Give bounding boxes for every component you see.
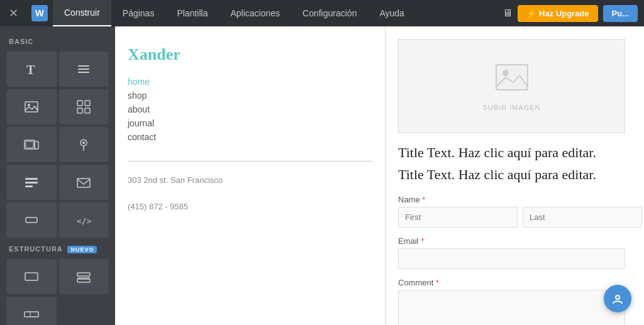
close-button[interactable]: ✕ (0, 0, 26, 26)
nuevo-badge: NUEVO (67, 246, 97, 253)
site-left-panel: Xander home shop about journal contact 3… (115, 26, 386, 325)
grid-tool[interactable] (59, 89, 109, 124)
tab-plantilla[interactable]: Plantilla (165, 0, 219, 26)
svg-rect-3 (78, 65, 89, 67)
svg-rect-10 (77, 108, 82, 113)
image-icon (493, 62, 531, 100)
nav-item-shop[interactable]: shop (128, 91, 372, 101)
button-tool[interactable] (6, 202, 57, 238)
svg-rect-27 (77, 279, 90, 282)
logo: W (26, 0, 53, 26)
svg-rect-28 (25, 312, 38, 317)
title-text-1[interactable]: Title Text. Haz clic aquí para editar. (398, 143, 625, 163)
svg-rect-8 (77, 101, 82, 106)
left-sidebar: BASIC T (0, 26, 115, 325)
svg-rect-30 (496, 65, 528, 90)
svg-rect-5 (78, 72, 89, 73)
site-title: Xander (128, 45, 372, 64)
svg-rect-19 (25, 185, 33, 187)
tab-construir[interactable]: Construir (53, 0, 111, 26)
svg-point-31 (502, 70, 509, 76)
basic-section-label: BASIC (0, 33, 115, 49)
tab-configuracion[interactable]: Configuración (291, 0, 368, 26)
basic-tools-grid: T (0, 49, 115, 240)
top-nav-right: 🖥 ⚡ Haz Upgrade Pu... (502, 5, 638, 22)
svg-rect-17 (25, 178, 38, 180)
page-right: SUBIR IMAGEN Title Text. Haz clic aquí p… (386, 26, 644, 325)
media-tool[interactable] (6, 127, 57, 162)
divider-tool[interactable] (59, 259, 109, 294)
nav-item-journal[interactable]: journal (128, 118, 372, 128)
svg-rect-18 (25, 182, 38, 184)
svg-rect-24 (25, 273, 38, 280)
name-label: Name * (398, 195, 625, 204)
image-tool[interactable] (6, 89, 57, 124)
svg-rect-22 (26, 218, 37, 223)
tab-aplicaciones[interactable]: Aplicaciones (219, 0, 291, 26)
svg-rect-4 (78, 69, 89, 70)
publish-button[interactable]: Pu... (603, 5, 638, 22)
svg-point-32 (616, 295, 619, 299)
tab-ayuda[interactable]: Ayuda (368, 0, 415, 26)
device-toggle[interactable]: 🖥 (502, 8, 513, 19)
nav-item-home[interactable]: home (128, 77, 372, 87)
svg-rect-13 (26, 141, 33, 148)
upgrade-button[interactable]: ⚡ Haz Upgrade (518, 5, 597, 22)
title-text-2[interactable]: Title Text. Haz clic aquí para editar. (398, 165, 625, 185)
svg-text:W: W (35, 8, 44, 18)
top-nav: ✕ W Construir Páginas Plantilla Aplicaci… (0, 0, 644, 26)
estructura-tools-grid (0, 256, 115, 325)
inner-page: Xander home shop about journal contact 3… (115, 26, 644, 325)
last-name-input[interactable] (523, 207, 642, 228)
site-divider (128, 161, 372, 162)
fab-button[interactable] (604, 285, 631, 312)
section-tool[interactable] (6, 259, 57, 294)
list-tool[interactable] (6, 165, 57, 200)
site-address: 303 2nd st. San Francisco (415) 872 - 95… (128, 174, 372, 213)
comment-label: Comment * (398, 278, 625, 287)
tab-paginas[interactable]: Páginas (111, 0, 166, 26)
image-placeholder[interactable]: SUBIR IMAGEN (398, 39, 625, 133)
svg-rect-9 (85, 101, 90, 106)
site-nav: home shop about journal contact (128, 77, 372, 142)
upload-label: SUBIR IMAGEN (482, 104, 540, 111)
code-tool[interactable]: </> (59, 202, 109, 238)
text-tool[interactable]: T (6, 52, 57, 87)
email-row (398, 248, 625, 269)
svg-rect-6 (25, 102, 38, 112)
email-input[interactable] (398, 248, 625, 269)
estructura-section-label: ESTRUCTURA NUEVO (0, 240, 115, 256)
svg-rect-25 (77, 273, 90, 276)
svg-point-7 (28, 104, 30, 106)
nav-tabs: Construir Páginas Plantilla Aplicaciones… (53, 0, 502, 26)
canvas-area: Xander home shop about journal contact 3… (115, 26, 644, 325)
email-label: Email * (398, 236, 625, 246)
email-tool[interactable] (59, 165, 109, 200)
row-tool[interactable] (6, 297, 57, 325)
first-name-input[interactable] (398, 207, 518, 228)
svg-point-16 (82, 141, 85, 144)
svg-rect-21 (77, 179, 90, 187)
nav-item-contact[interactable]: contact (128, 132, 372, 142)
svg-text:T: T (26, 63, 35, 77)
location-tool[interactable] (59, 127, 109, 162)
nav-item-about[interactable]: about (128, 104, 372, 114)
svg-rect-14 (35, 141, 38, 149)
menu-tool[interactable] (59, 52, 109, 87)
svg-rect-11 (85, 108, 90, 113)
name-row (398, 207, 625, 228)
comment-textarea[interactable] (398, 290, 625, 325)
contact-form: Name * Email * Comment * (398, 195, 625, 325)
main-area: BASIC T (0, 26, 644, 325)
svg-text:</>: </> (77, 216, 92, 226)
